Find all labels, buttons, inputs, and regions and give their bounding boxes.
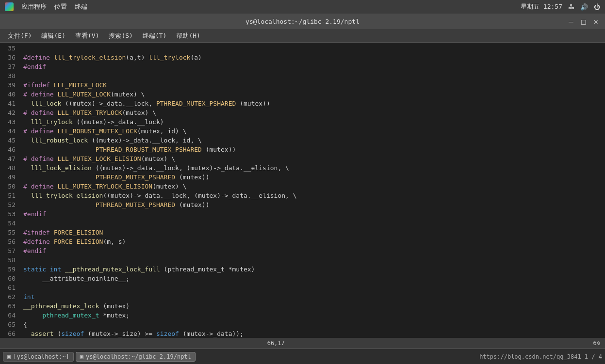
- window-controls: — □ ✕: [567, 17, 600, 26]
- terminal2-icon: ▣: [80, 353, 83, 360]
- menu-search[interactable]: 搜索(S): [105, 31, 136, 41]
- app-menu-item[interactable]: 应用程序: [21, 2, 47, 11]
- volume-icon: 🔊: [580, 3, 588, 11]
- title-bar: ys@localhost:~/glibc-2.19/nptl — □ ✕: [0, 14, 605, 29]
- system-bar-right: 星期五 12:57 🖧 🔊 ⏻: [521, 2, 600, 11]
- cursor-position: 66,17: [267, 340, 285, 347]
- code-content: 35 36 37 38 39 40 41 42 43 44 45 46 47 4…: [0, 43, 605, 338]
- app-icon: [5, 2, 14, 11]
- taskbar-left: ▣ [ys@localhost:~] ▣ ys@localhost:~/glib…: [3, 352, 196, 362]
- system-bar: 应用程序 位置 终端 星期五 12:57 🖧 🔊 ⏻: [0, 0, 605, 14]
- menu-file[interactable]: 文件(F): [4, 31, 35, 41]
- terminal1-icon: ▣: [7, 353, 11, 360]
- close-button[interactable]: ✕: [591, 17, 600, 26]
- code-area[interactable]: 35 36 37 38 39 40 41 42 43 44 45 46 47 4…: [0, 43, 605, 338]
- location-menu-item[interactable]: 位置: [54, 2, 67, 11]
- system-bar-left: 应用程序 位置 终端: [5, 2, 87, 11]
- terminal1-label: [ys@localhost:~]: [13, 353, 69, 360]
- terminal2-label: ys@localhost:~/glibc-2.19/nptl: [86, 353, 191, 360]
- menu-edit[interactable]: 编辑(E): [37, 31, 69, 41]
- menu-terminal[interactable]: 终端(T): [139, 31, 170, 41]
- taskbar-right: https://blog.csdn.net/qq_3841 1 / 4: [479, 353, 602, 360]
- window-title: ys@localhost:~/glibc-2.19/nptl: [245, 18, 360, 25]
- line-numbers: 35 36 37 38 39 40 41 42 43 44 45 46 47 4…: [0, 43, 19, 338]
- taskbar-url: https://blog.csdn.net/qq_3841 1 / 4: [479, 353, 602, 360]
- terminal-menu-item[interactable]: 终端: [75, 2, 87, 11]
- network-icon: 🖧: [568, 3, 574, 11]
- maximize-button[interactable]: □: [579, 17, 588, 26]
- menu-bar: 文件(F) 编辑(E) 查看(V) 搜索(S) 终端(T) 帮助(H): [0, 29, 605, 43]
- minimize-button[interactable]: —: [567, 17, 575, 26]
- code-lines: #define lll_trylock_elision(a,t) lll_try…: [19, 43, 605, 338]
- menu-help[interactable]: 帮助(H): [172, 31, 204, 41]
- taskbar: ▣ [ys@localhost:~] ▣ ys@localhost:~/glib…: [0, 348, 605, 364]
- status-bar: 66,17 6%: [0, 338, 605, 348]
- power-icon[interactable]: ⏻: [594, 3, 600, 11]
- taskbar-item-terminal1[interactable]: ▣ [ys@localhost:~]: [3, 352, 74, 362]
- menu-view[interactable]: 查看(V): [71, 31, 103, 41]
- datetime-label: 星期五 12:57: [521, 2, 562, 11]
- taskbar-item-terminal2[interactable]: ▣ ys@localhost:~/glibc-2.19/nptl: [76, 352, 196, 362]
- scroll-percent: 6%: [593, 340, 600, 347]
